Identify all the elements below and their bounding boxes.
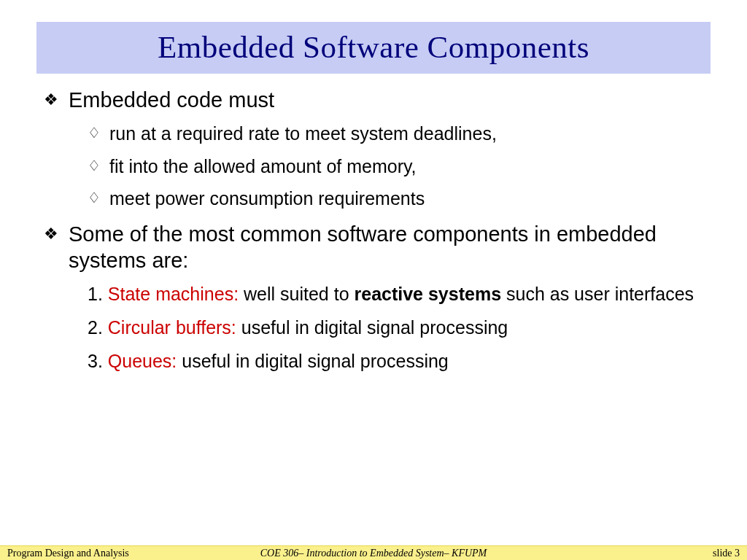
bullet-text: Some of the most common software compone… bbox=[69, 221, 703, 274]
item-rest: such as user interfaces bbox=[501, 284, 694, 304]
numbered-item: 2. Circular buffers: useful in digital s… bbox=[88, 316, 703, 341]
bullet-level2: ♢ fit into the allowed amount of memory, bbox=[88, 155, 703, 179]
slide: Embedded Software Components ❖ Embedded … bbox=[0, 22, 747, 560]
item-number: 3. bbox=[88, 351, 103, 371]
item-term: Queues: bbox=[108, 351, 177, 371]
slide-title: Embedded Software Components bbox=[36, 29, 711, 65]
item-number: 1. bbox=[88, 284, 103, 304]
item-bold: reactive systems bbox=[355, 284, 502, 304]
bullet-text: run at a required rate to meet system de… bbox=[109, 122, 703, 146]
item-number: 2. bbox=[88, 317, 103, 338]
footer-center: COE 306– Introduction to Embedded System… bbox=[0, 548, 747, 559]
item-term: Circular buffers: bbox=[108, 317, 236, 338]
bullet-level1: ❖ Some of the most common software compo… bbox=[44, 221, 703, 274]
bullet-level1: ❖ Embedded code must bbox=[44, 87, 703, 113]
four-diamond-icon: ❖ bbox=[44, 221, 69, 247]
open-diamond-icon: ♢ bbox=[88, 187, 109, 209]
slide-footer: Program Design and Analysis COE 306– Int… bbox=[0, 545, 747, 560]
item-rest: well suited to bbox=[239, 284, 354, 304]
slide-body: ❖ Embedded code must ♢ run at a required… bbox=[44, 87, 703, 374]
bullet-text: Embedded code must bbox=[69, 87, 703, 113]
footer-right: slide 3 bbox=[713, 548, 740, 559]
open-diamond-icon: ♢ bbox=[88, 122, 109, 144]
bullet-text: fit into the allowed amount of memory, bbox=[109, 155, 703, 179]
open-diamond-icon: ♢ bbox=[88, 155, 109, 176]
bullet-text: meet power consumption requirements bbox=[109, 187, 703, 211]
item-rest: useful in digital signal processing bbox=[177, 351, 448, 371]
item-term: State machines: bbox=[108, 284, 239, 304]
four-diamond-icon: ❖ bbox=[44, 87, 69, 113]
title-bar: Embedded Software Components bbox=[36, 22, 711, 74]
numbered-item: 1. State machines: well suited to reacti… bbox=[88, 282, 703, 307]
numbered-item: 3. Queues: useful in digital signal proc… bbox=[88, 349, 703, 374]
item-rest: useful in digital signal processing bbox=[236, 317, 508, 338]
bullet-level2: ♢ run at a required rate to meet system … bbox=[88, 122, 703, 146]
bullet-level2: ♢ meet power consumption requirements bbox=[88, 187, 703, 211]
